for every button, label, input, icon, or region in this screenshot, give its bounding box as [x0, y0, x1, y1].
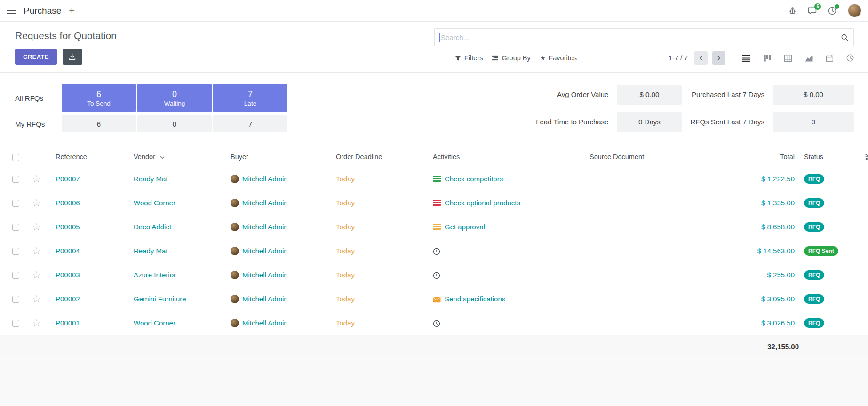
table-row[interactable]: ☆ P00003 Azure Interior Mitchell Admin T…: [0, 263, 868, 287]
buyer-link[interactable]: Mitchell Admin: [242, 247, 288, 255]
select-all-checkbox[interactable]: [12, 154, 19, 161]
buyer-link[interactable]: Mitchell Admin: [242, 175, 288, 183]
activity-label[interactable]: Check optional products: [445, 199, 520, 207]
table-row[interactable]: ☆ P00002 Gemini Furniture Mitchell Admin…: [0, 287, 868, 311]
vendor-link[interactable]: Ready Mat: [134, 247, 168, 255]
reference-link[interactable]: P00003: [56, 271, 80, 279]
messages-icon[interactable]: 5: [808, 7, 817, 15]
row-checkbox[interactable]: [12, 296, 19, 303]
vendor-link[interactable]: Gemini Furniture: [134, 295, 186, 303]
activity-label[interactable]: Check competitors: [445, 175, 503, 183]
header-order-deadline[interactable]: Order Deadline: [331, 147, 428, 167]
user-avatar[interactable]: [848, 4, 861, 17]
header-source-document[interactable]: Source Document: [585, 147, 719, 167]
favorite-star-icon[interactable]: ☆: [32, 197, 41, 208]
row-checkbox[interactable]: [12, 224, 19, 231]
favorite-star-icon[interactable]: ☆: [32, 269, 41, 280]
create-button[interactable]: CREATE: [15, 49, 57, 65]
reference-link[interactable]: P00007: [56, 175, 80, 183]
search-icon[interactable]: [841, 33, 849, 41]
calendar-view-icon[interactable]: [826, 55, 833, 62]
reference-link[interactable]: P00001: [56, 319, 80, 327]
header-buyer[interactable]: Buyer: [226, 147, 331, 167]
table-row[interactable]: ☆ P00006 Wood Corner Mitchell Admin Toda…: [0, 191, 868, 215]
tile-to-send[interactable]: 6 To Send: [62, 84, 136, 112]
vendor-link[interactable]: Ready Mat: [134, 175, 168, 183]
buyer-link[interactable]: Mitchell Admin: [242, 223, 288, 231]
pager-next-button[interactable]: [712, 51, 725, 65]
activity-view-icon[interactable]: [846, 54, 854, 62]
search-input[interactable]: [435, 29, 841, 46]
favorite-star-icon[interactable]: ☆: [32, 317, 41, 328]
group-by-button[interactable]: Group By: [487, 51, 535, 65]
vendor-link[interactable]: Deco Addict: [134, 223, 171, 231]
debug-bug-icon[interactable]: [788, 7, 796, 15]
activity-clock-icon[interactable]: [433, 320, 440, 327]
activity-list-icon[interactable]: [433, 224, 441, 230]
reference-link[interactable]: P00005: [56, 223, 80, 231]
vendor-link[interactable]: Wood Corner: [134, 199, 175, 207]
late-label: Late: [244, 100, 256, 107]
favorite-star-icon[interactable]: ☆: [32, 293, 41, 304]
my-to-send-tile[interactable]: 6: [62, 115, 136, 132]
activities-clock-icon[interactable]: [828, 7, 836, 15]
plus-icon[interactable]: +: [69, 6, 75, 16]
buyer-avatar: [231, 271, 239, 279]
group-by-label: Group By: [502, 54, 530, 62]
favorites-button[interactable]: ★ Favorites: [535, 51, 581, 65]
to-send-label: To Send: [87, 100, 111, 107]
header-vendor[interactable]: Vendor: [129, 147, 226, 167]
app-name[interactable]: Purchase: [24, 6, 61, 16]
activity-list-icon[interactable]: [433, 200, 441, 206]
row-checkbox[interactable]: [12, 320, 19, 327]
list-view-icon[interactable]: [742, 55, 750, 62]
activity-clock-icon[interactable]: [433, 272, 440, 279]
buyer-avatar: [231, 199, 239, 207]
reference-link[interactable]: P00006: [56, 199, 80, 207]
table-row[interactable]: ☆ P00005 Deco Addict Mitchell Admin Toda…: [0, 215, 868, 239]
source-document-cell: [585, 167, 719, 191]
kanban-view-icon[interactable]: [764, 55, 771, 62]
tile-late[interactable]: 7 Late: [213, 84, 287, 112]
page-background: [0, 357, 868, 406]
tile-waiting[interactable]: 0 Waiting: [137, 84, 212, 112]
reference-link[interactable]: P00002: [56, 295, 80, 303]
favorite-star-icon[interactable]: ☆: [32, 221, 41, 232]
pager: 1-7 / 7: [669, 51, 725, 65]
favorite-star-icon[interactable]: ☆: [32, 245, 41, 256]
status-badge: RFQ: [804, 174, 824, 184]
activity-label[interactable]: Send specifications: [445, 295, 505, 303]
apps-menu-icon[interactable]: [7, 8, 16, 14]
header-status[interactable]: Status: [799, 147, 860, 167]
export-button[interactable]: [63, 49, 82, 65]
my-waiting-tile[interactable]: 0: [137, 115, 212, 132]
buyer-link[interactable]: Mitchell Admin: [242, 295, 288, 303]
reference-link[interactable]: P00004: [56, 247, 80, 255]
graph-view-icon[interactable]: [805, 55, 813, 62]
header-total[interactable]: Total: [719, 147, 799, 167]
buyer-link[interactable]: Mitchell Admin: [242, 199, 288, 207]
row-checkbox[interactable]: [12, 200, 19, 207]
table-row[interactable]: ☆ P00001 Wood Corner Mitchell Admin Toda…: [0, 311, 868, 335]
buyer-link[interactable]: Mitchell Admin: [242, 271, 288, 279]
table-row[interactable]: ☆ P00007 Ready Mat Mitchell Admin Today …: [0, 167, 868, 191]
activity-clock-icon[interactable]: [433, 248, 440, 255]
filters-button[interactable]: Filters: [450, 51, 487, 65]
status-badge: RFQ: [804, 270, 824, 280]
activity-email-icon[interactable]: [433, 297, 441, 303]
row-checkbox[interactable]: [12, 272, 19, 279]
header-reference[interactable]: Reference: [51, 147, 129, 167]
my-late-tile[interactable]: 7: [213, 115, 287, 132]
pager-previous-button[interactable]: [694, 51, 708, 65]
row-checkbox[interactable]: [12, 176, 19, 183]
row-checkbox[interactable]: [12, 248, 19, 255]
table-row[interactable]: ☆ P00004 Ready Mat Mitchell Admin Today …: [0, 239, 868, 263]
favorite-star-icon[interactable]: ☆: [32, 173, 41, 184]
vendor-link[interactable]: Wood Corner: [134, 319, 175, 327]
header-activities[interactable]: Activities: [428, 147, 585, 167]
pivot-view-icon[interactable]: [784, 55, 792, 62]
activity-list-icon[interactable]: [433, 176, 441, 182]
activity-label[interactable]: Get approval: [445, 223, 485, 231]
buyer-link[interactable]: Mitchell Admin: [242, 319, 288, 327]
vendor-link[interactable]: Azure Interior: [134, 271, 176, 279]
